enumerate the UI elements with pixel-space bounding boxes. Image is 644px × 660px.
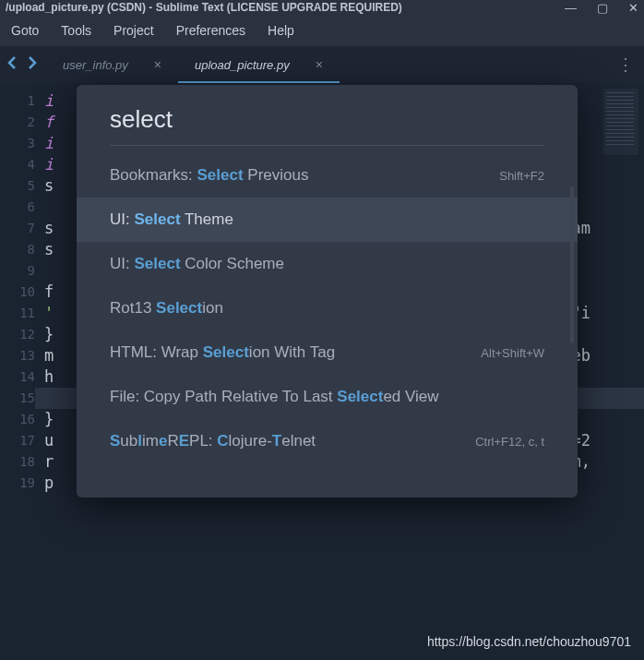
menu-preferences[interactable]: Preferences (167, 18, 255, 43)
line-number: 15 (0, 388, 35, 409)
palette-result[interactable]: Bookmarks: Select PreviousShift+F2 (77, 153, 578, 198)
menu-help[interactable]: Help (258, 18, 304, 43)
line-number: 4 (0, 154, 35, 175)
line-number: 8 (0, 239, 35, 260)
result-shortcut: Ctrl+F12, c, t (475, 435, 544, 449)
menu-project[interactable]: Project (104, 18, 163, 43)
minimize-icon[interactable]: — (565, 1, 577, 15)
line-number: 16 (0, 409, 35, 430)
minimap[interactable] (603, 89, 638, 155)
palette-result[interactable]: UI: Select Theme (77, 198, 578, 242)
window-controls: — ▢ ✕ (565, 1, 638, 15)
line-number: 18 (0, 451, 35, 473)
result-label: UI: Select Color Scheme (110, 255, 284, 273)
palette-result[interactable]: Rot13 Selection (77, 286, 578, 330)
palette-result[interactable]: UI: Select Color Scheme (77, 242, 578, 286)
line-number: 3 (0, 133, 35, 154)
line-number: 5 (0, 175, 35, 197)
line-number: 7 (0, 218, 35, 239)
result-shortcut: Shift+F2 (499, 169, 544, 183)
line-number: 19 (0, 473, 35, 494)
line-number: 13 (0, 345, 35, 366)
watermark-url: https://blog.csdn.net/chouzhou9701 (427, 634, 631, 649)
maximize-icon[interactable]: ▢ (597, 1, 608, 15)
result-label: Bookmarks: Select Previous (110, 166, 308, 185)
result-label: HTML: Wrap Selection With Tag (110, 343, 335, 362)
palette-result[interactable]: File: Copy Path Relative To Last Selecte… (77, 375, 578, 419)
line-number: 2 (0, 112, 35, 133)
tab-label: user_info.py (63, 58, 128, 72)
palette-result[interactable]: SublimeREPL: Clojure-TelnetCtrl+F12, c, … (77, 419, 578, 463)
title-bar: /upload_picture.py (CSDN) - Sublime Text… (0, 0, 644, 15)
palette-scrollbar[interactable] (570, 186, 574, 343)
palette-results: Bookmarks: Select PreviousShift+F2UI: Se… (77, 153, 578, 463)
line-number: 10 (0, 282, 35, 303)
line-number: 17 (0, 430, 35, 451)
line-number: 14 (0, 366, 35, 388)
menu-bar: Goto Tools Project Preferences Help (0, 15, 644, 46)
menu-goto[interactable]: Goto (2, 18, 48, 43)
line-number: 12 (0, 324, 35, 345)
window-title: /upload_picture.py (CSDN) - Sublime Text… (6, 1, 402, 14)
close-icon[interactable]: ✕ (628, 1, 638, 15)
tab-label: upload_picture.py (195, 58, 290, 72)
palette-result[interactable]: HTML: Wrap Selection With TagAlt+Shift+W (77, 330, 578, 375)
tab-close-icon[interactable]: × (154, 57, 161, 72)
nav-forward-icon[interactable] (26, 56, 37, 73)
menu-tools[interactable]: Tools (52, 18, 101, 43)
result-label: File: Copy Path Relative To Last Selecte… (110, 388, 439, 406)
line-number: 9 (0, 260, 35, 282)
tab-upload-picture[interactable]: upload_picture.py × (178, 46, 340, 83)
line-number: 1 (0, 90, 35, 112)
nav-arrows (7, 56, 37, 73)
command-palette: Bookmarks: Select PreviousShift+F2UI: Se… (77, 85, 578, 498)
line-number: 6 (0, 197, 35, 218)
tab-bar: user_info.py × upload_picture.py × ⋮ (0, 46, 644, 83)
result-shortcut: Alt+Shift+W (481, 346, 544, 360)
nav-back-icon[interactable] (7, 56, 18, 73)
tab-user-info[interactable]: user_info.py × (46, 46, 178, 83)
result-label: Rot13 Selection (110, 299, 223, 318)
tab-close-icon[interactable]: × (316, 57, 323, 72)
palette-input[interactable] (110, 102, 544, 146)
result-label: SublimeREPL: Clojure-Telnet (110, 432, 316, 450)
line-number: 11 (0, 303, 35, 324)
line-gutter: 12345678910111213141516171819 (0, 83, 44, 659)
tab-overflow-icon[interactable]: ⋮ (617, 54, 635, 75)
result-label: UI: Select Theme (110, 210, 233, 229)
